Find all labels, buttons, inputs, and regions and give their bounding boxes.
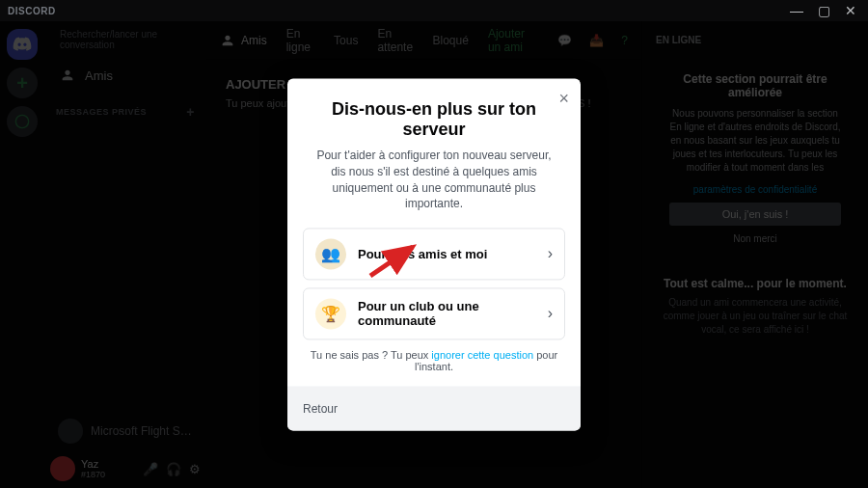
mute-icon[interactable]: 🎤 bbox=[143, 462, 158, 476]
dm-item[interactable]: Microsoft Flight Simul... bbox=[52, 415, 199, 447]
tab-blocked[interactable]: Bloqué bbox=[433, 34, 469, 47]
close-icon[interactable]: × bbox=[558, 90, 569, 107]
optin-yes-button[interactable]: Oui, j'en suis ! bbox=[669, 203, 841, 226]
window-maximize[interactable]: ▢ bbox=[814, 3, 833, 18]
skip-text: Tu ne sais pas ? Tu peux ignorer cette q… bbox=[303, 350, 565, 373]
discord-logo-icon bbox=[13, 35, 32, 54]
tab-friends[interactable]: Amis bbox=[220, 33, 267, 48]
quiet-title: Tout est calme... pour le moment. bbox=[656, 277, 854, 290]
svg-point-0 bbox=[15, 115, 28, 127]
person-icon bbox=[220, 33, 235, 48]
inbox-icon[interactable]: 📥 bbox=[589, 34, 604, 47]
self-username: Yaz bbox=[81, 458, 137, 470]
modal-title: Dis-nous-en plus sur ton serveur bbox=[303, 99, 565, 140]
optin-no-button[interactable]: Non merci bbox=[669, 233, 841, 244]
friends-nav-label: Amis bbox=[85, 68, 113, 83]
self-tag: #1870 bbox=[81, 470, 137, 479]
card-title: Cette section pourrait être améliorée bbox=[669, 72, 841, 99]
titlebar-logo: DISCORD bbox=[8, 6, 56, 16]
privacy-settings-link[interactable]: paramètres de confidentialité bbox=[669, 184, 841, 195]
settings-icon[interactable]: ⚙ bbox=[189, 462, 201, 476]
dm-name: Microsoft Flight Simul... bbox=[91, 424, 193, 438]
create-dm-button[interactable]: + bbox=[186, 104, 195, 120]
help-icon[interactable]: ? bbox=[621, 34, 628, 47]
choice-club[interactable]: 🏆 Pour un club ou une communauté › bbox=[303, 288, 565, 340]
chevron-right-icon: › bbox=[548, 246, 553, 263]
card-body: Nous pouvons personnaliser la section En… bbox=[669, 107, 841, 175]
person-wave-icon bbox=[60, 68, 75, 83]
activity-optin-card: Cette section pourrait être améliorée No… bbox=[656, 59, 854, 258]
now-playing-header: EN LIGNE bbox=[656, 35, 854, 45]
add-server-button[interactable]: + bbox=[7, 68, 38, 98]
window-close[interactable]: ✕ bbox=[841, 3, 860, 18]
window-minimize[interactable]: — bbox=[787, 3, 806, 18]
self-avatar[interactable] bbox=[50, 456, 75, 481]
friends-nav[interactable]: Amis bbox=[52, 62, 199, 89]
dm-search-input[interactable]: Rechercher/lancer une conversation bbox=[54, 29, 197, 50]
tab-pending[interactable]: En attente bbox=[377, 27, 413, 54]
quiet-state: Tout est calme... pour le moment. Quand … bbox=[656, 277, 854, 337]
friends-choice-icon: 👥 bbox=[315, 239, 346, 270]
quiet-body: Quand un ami commencera une activité, co… bbox=[656, 296, 854, 337]
modal-description: Pour t'aider à configurer ton nouveau se… bbox=[303, 148, 565, 212]
choice-club-label: Pour un club ou une communauté bbox=[358, 300, 536, 329]
server-type-modal: × Dis-nous-en plus sur ton serveur Pour … bbox=[287, 78, 581, 430]
new-group-dm-icon[interactable]: 💬 bbox=[557, 34, 572, 47]
dm-list bbox=[44, 123, 206, 415]
club-choice-icon: 🏆 bbox=[315, 299, 346, 330]
deafen-icon[interactable]: 🎧 bbox=[166, 462, 181, 476]
choice-friends-label: Pour mes amis et moi bbox=[358, 247, 536, 261]
tab-add-friend[interactable]: Ajouter un ami bbox=[488, 27, 538, 54]
tab-all[interactable]: Tous bbox=[334, 34, 358, 47]
tab-online[interactable]: En ligne bbox=[286, 27, 314, 54]
chevron-right-icon: › bbox=[548, 306, 553, 323]
choice-friends[interactable]: 👥 Pour mes amis et moi › bbox=[303, 229, 565, 281]
home-server[interactable] bbox=[7, 29, 38, 60]
skip-link[interactable]: ignorer cette question bbox=[431, 350, 533, 362]
back-button[interactable]: Retour bbox=[303, 403, 338, 417]
dm-section-header: MESSAGES PRIVÉS bbox=[56, 107, 147, 117]
compass-icon bbox=[14, 114, 30, 129]
avatar bbox=[58, 419, 83, 444]
explore-servers-button[interactable] bbox=[7, 106, 38, 137]
